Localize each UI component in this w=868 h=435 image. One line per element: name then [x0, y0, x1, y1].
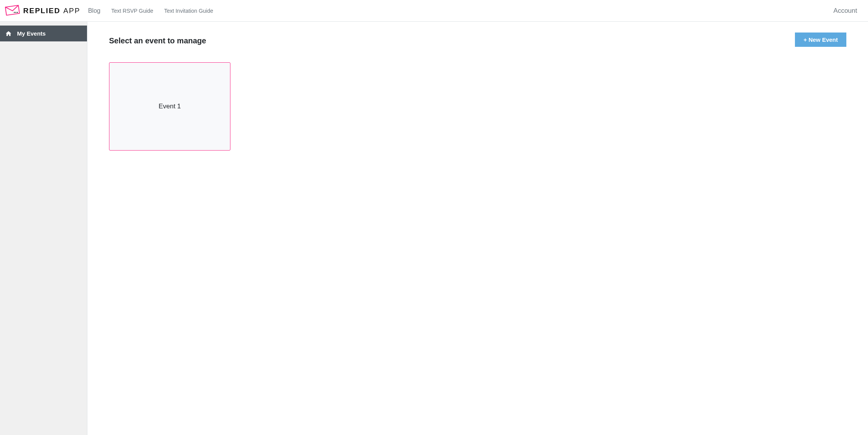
events-grid: Event 1 — [109, 62, 846, 151]
new-event-button[interactable]: + New Event — [795, 33, 846, 47]
top-navbar: REPLIED APP Blog Text RSVP Guide Text In… — [0, 0, 868, 22]
envelope-icon — [5, 4, 20, 18]
svg-point-2 — [15, 12, 17, 13]
home-icon — [5, 31, 12, 37]
event-card[interactable]: Event 1 — [109, 62, 230, 151]
topnav-links: Blog Text RSVP Guide Text Invitation Gui… — [88, 7, 213, 14]
sidebar: My Events — [0, 22, 87, 435]
nav-link-invitation-guide[interactable]: Text Invitation Guide — [164, 8, 213, 14]
sidebar-item-my-events[interactable]: My Events — [0, 26, 87, 41]
svg-marker-0 — [5, 5, 20, 15]
account-link[interactable]: Account — [834, 7, 857, 15]
event-card-title: Event 1 — [159, 103, 181, 110]
logo-text: REPLIED APP — [23, 7, 80, 15]
svg-point-1 — [14, 12, 15, 13]
nav-link-rsvp-guide[interactable]: Text RSVP Guide — [111, 8, 153, 14]
page-title: Select an event to manage — [109, 36, 206, 45]
main-header: Select an event to manage + New Event — [109, 33, 846, 47]
logo[interactable]: REPLIED APP — [5, 4, 80, 18]
svg-point-3 — [17, 12, 18, 13]
main-content: Select an event to manage + New Event Ev… — [87, 22, 868, 435]
sidebar-item-label: My Events — [17, 30, 46, 37]
nav-link-blog[interactable]: Blog — [88, 7, 101, 14]
